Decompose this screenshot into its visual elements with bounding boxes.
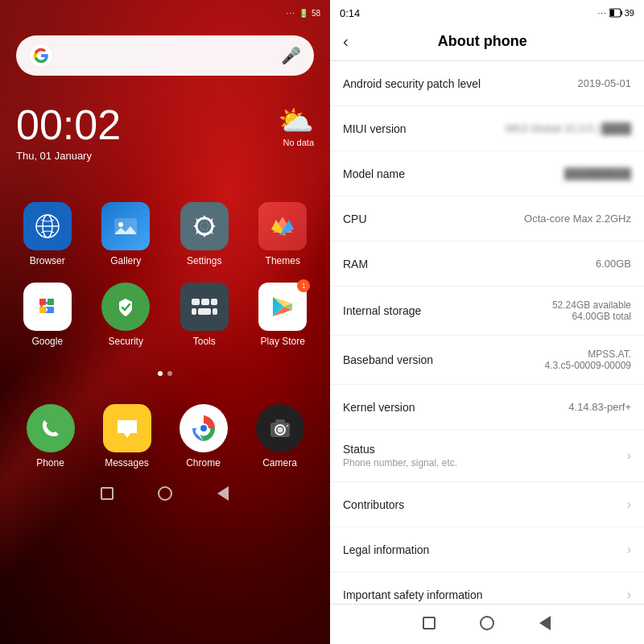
signal-dots-right: ··· [597,9,606,18]
weather-icon: ⛅ [278,104,314,138]
playstore-label: Play Store [261,336,305,347]
nav-back[interactable] [214,485,232,502]
svg-rect-14 [47,307,54,313]
nav-recents[interactable] [98,485,116,502]
row-kernel: Kernel version 4.14.83-perf+ [330,385,644,430]
about-header: ‹ About phone [330,23,644,61]
clock-time: 00:02 [16,104,121,146]
browser-icon [23,202,72,250]
nav-back-right[interactable] [536,614,554,632]
tools-icon [180,283,229,331]
settings-icon [180,202,229,250]
row-storage: Internal storage 52.24GB available64.00G… [330,287,644,336]
themes-label: Themes [266,255,300,266]
dock-camera[interactable]: Camera [246,404,314,469]
security-icon [101,283,150,331]
app-playstore[interactable]: 1 [252,283,315,347]
search-bar[interactable]: 🎤 [16,35,314,76]
back-button[interactable]: ‹ [343,32,349,51]
safety-chevron: › [627,588,631,602]
status-icons-right: ··· 39 [597,8,634,18]
app-google[interactable]: G Google [16,283,79,347]
app-security[interactable]: Security [95,283,158,347]
nav-bar-left [0,477,330,514]
recents-icon [101,487,114,500]
svg-rect-28 [275,419,285,423]
phone-icon [27,404,75,452]
bottom-dock: Phone Messages Ch [0,392,330,477]
app-settings[interactable]: Settings [173,202,236,266]
home-icon-right [480,616,494,630]
app-grid-row1: Browser Gallery [0,162,330,363]
svg-rect-31 [621,11,622,15]
no-data-label: No data [283,138,314,147]
left-panel: ··· 🔋 58 🎤 00:02 Thu, 01 January ⛅ No da… [0,0,330,644]
svg-point-27 [277,427,283,433]
row-safety[interactable]: Important safety information › [330,572,644,604]
contributors-chevron: › [627,497,631,512]
battery-icon-small: 🔋 [299,9,308,18]
right-panel: 0:14 ··· 39 ‹ About phone Android securi… [330,0,644,644]
svg-point-29 [286,425,288,427]
kernel-label: Kernel version [343,401,568,414]
kernel-value: 4.14.83-perf+ [568,401,631,413]
row-ram: RAM 6.00GB [330,242,644,287]
signal-dots: ··· [287,9,295,18]
app-tools[interactable]: Tools [173,283,236,347]
model-name-label: Model name [343,167,564,180]
gallery-label: Gallery [110,255,141,266]
battery-percent-left: 58 [312,9,320,18]
baseband-label: Baseband version [343,353,545,366]
svg-rect-20 [198,308,211,315]
nav-home[interactable] [156,485,174,502]
google-logo [29,43,53,68]
app-browser[interactable]: Browser [16,202,79,266]
svg-point-8 [200,222,208,230]
google-label: Google [31,336,63,347]
safety-label: Important safety information [343,588,621,601]
ram-label: RAM [343,258,596,270]
svg-point-5 [118,222,123,227]
ram-value: 6.00GB [596,258,631,270]
model-name-value: █████████ [564,167,631,180]
row-cpu: CPU Octa-core Max 2.2GHz [330,196,644,242]
app-themes[interactable]: Themes [252,202,315,266]
svg-rect-19 [192,308,196,315]
miui-version-label: MIUI version [343,122,506,135]
dock-chrome[interactable]: Chrome [169,404,237,469]
legal-label: Legal information [343,543,621,556]
svg-rect-32 [610,10,614,16]
status-sub: Phone number, signal, etc. [343,457,621,469]
android-security-value: 2019-05-01 [578,77,632,89]
row-label-container: Android security patch level [343,77,578,90]
row-status[interactable]: Status Phone number, signal, etc. › [330,430,644,482]
row-legal[interactable]: Legal information › [330,527,644,572]
svg-rect-21 [213,308,217,315]
app-gallery[interactable]: Gallery [95,202,158,266]
dock-phone[interactable]: Phone [16,404,85,469]
svg-rect-16 [192,299,200,305]
nav-recents-right[interactable] [420,614,438,632]
clock-area: 00:02 Thu, 01 January ⛅ No data [0,88,330,162]
row-contributors[interactable]: Contributors › [330,482,644,527]
playstore-icon: 1 [258,283,307,331]
weather-widget: ⛅ No data [278,104,314,147]
browser-label: Browser [30,255,65,266]
android-security-label: Android security patch level [343,77,578,90]
chrome-icon [180,404,228,452]
cpu-label: CPU [343,213,524,225]
svg-rect-13 [39,307,46,313]
about-title: About phone [358,33,607,50]
dock-messages[interactable]: Messages [93,404,161,469]
messages-icon [103,404,151,452]
security-label: Security [109,336,143,347]
nav-home-right[interactable] [478,614,496,632]
settings-label: Settings [187,255,221,266]
status-time: 0:14 [340,7,360,19]
gallery-icon [101,202,150,250]
row-miui-version: MIUI version MIUI Global 10.3.5 | ████ [330,106,644,151]
battery-num-right: 39 [625,8,634,18]
settings-list: Android security patch level 2019-05-01 … [330,61,644,604]
svg-point-24 [200,425,207,431]
android-security-value-container: 2019-05-01 [578,77,632,89]
